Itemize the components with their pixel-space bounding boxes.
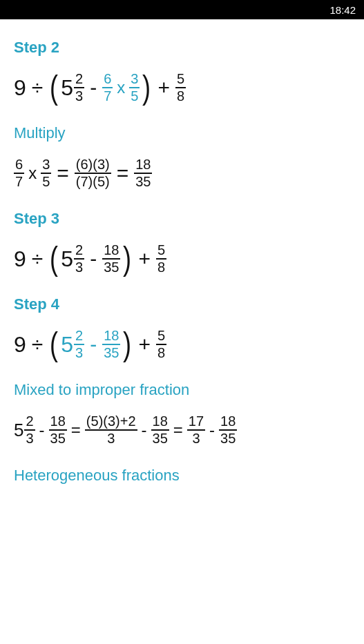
frac-n: 18	[134, 157, 152, 174]
frac-d: (7)(5)	[75, 174, 111, 189]
op-minus: -	[37, 420, 48, 440]
frac-n: 18	[102, 329, 120, 345]
step-4-title: Step 4	[14, 295, 350, 313]
frac-d: 7	[102, 88, 113, 104]
frac-n: 2	[74, 243, 84, 260]
op-eq: =	[113, 162, 133, 185]
frac-n: 18	[219, 414, 237, 431]
multiply-work: 6 7 x 3 5 = (6)(3) (7)(5) = 18 35	[14, 157, 350, 189]
step-4-sub1: Mixed to improper fraction	[14, 381, 350, 399]
frac-6-7: 6 7	[102, 72, 113, 104]
frac-5-8: 5 8	[175, 72, 186, 104]
status-time: 18:42	[329, 4, 356, 16]
frac-d: 3	[24, 431, 35, 446]
frac-d: 3	[74, 88, 84, 104]
frac-n: 3	[129, 72, 140, 88]
op-mul: x	[26, 164, 39, 183]
frac-n: 2	[74, 329, 84, 345]
frac-d: 3	[74, 260, 84, 275]
op-plus: +	[134, 247, 155, 271]
frac-n: 6	[102, 72, 113, 88]
frac-d: 5	[41, 174, 51, 189]
step-3-expression: 9 ÷ ( 5 2 3 - 18 35 ) + 5 8	[14, 243, 350, 275]
frac-d: 5	[129, 88, 140, 104]
frac-2-3: 2 3	[74, 329, 84, 360]
frac-d: 3	[74, 345, 84, 360]
frac-n: 3	[41, 157, 51, 174]
frac-18-35-hl: 18 35	[102, 329, 120, 360]
step-4-expression: 9 ÷ ( 5 2 3 - 18 35 ) + 5 8	[14, 329, 350, 360]
op-minus: -	[86, 76, 101, 99]
op-eq: =	[68, 420, 84, 440]
frac-n: 5	[156, 243, 166, 260]
paren-close: )	[123, 246, 131, 272]
step-2-expression: 9 ÷ ( 5 2 3 - 6 7 x 3 5 ) + 5 8	[14, 72, 350, 104]
op-plus: +	[134, 333, 155, 356]
frac-63-75: (6)(3) (7)(5)	[75, 157, 111, 189]
mixed-5-2-3: 5 2 3	[61, 243, 84, 275]
paren-open: (	[50, 331, 58, 358]
mixed-whole: 5	[61, 332, 73, 358]
status-bar: 18:42	[0, 0, 364, 19]
op-divide: ÷	[28, 76, 47, 99]
mixed-5-2-3: 5 2 3	[14, 414, 35, 446]
frac-18-35: 18 35	[151, 414, 169, 446]
frac-18-35: 18 35	[49, 414, 67, 446]
frac-5-8: 5 8	[156, 243, 166, 275]
paren-close: )	[142, 75, 151, 101]
frac-d: 35	[102, 345, 120, 360]
frac-d: 8	[156, 260, 166, 275]
op-minus: -	[207, 420, 218, 440]
frac-18-35: 18 35	[219, 414, 237, 446]
paren-open: (	[50, 246, 58, 272]
frac-18-35: 18 35	[134, 157, 152, 189]
frac-3-5: 3 5	[129, 72, 140, 104]
frac-mix-3: (5)(3)+2 3	[85, 414, 137, 446]
op-eq: =	[171, 420, 186, 440]
frac-17-3: 17 3	[187, 414, 205, 446]
frac-5-8: 5 8	[156, 329, 166, 360]
digit-9: 9	[14, 246, 26, 272]
op-mul: x	[114, 78, 128, 97]
step-4-sub2: Heterogeneous fractions	[14, 467, 350, 485]
op-minus: -	[86, 333, 101, 356]
mixed-whole: 5	[61, 246, 73, 272]
op-divide: ÷	[28, 247, 47, 271]
digit-9: 9	[14, 332, 26, 358]
paren-close: )	[123, 331, 131, 358]
frac-n: 17	[187, 414, 205, 431]
frac-d: 35	[219, 431, 237, 446]
frac-2-3: 2 3	[24, 414, 35, 446]
step-2-sub: Multiply	[14, 124, 350, 142]
mixed-to-improper-work: 5 2 3 - 18 35 = (5)(3)+2 3 - 18 35 = 17 …	[14, 414, 350, 446]
digit-9: 9	[14, 75, 26, 101]
frac-n: 18	[49, 414, 67, 431]
frac-3-5: 3 5	[41, 157, 51, 189]
frac-d: 35	[151, 431, 169, 446]
mixed-5-2-3-hl: 5 2 3	[61, 329, 84, 360]
frac-d: 7	[14, 174, 24, 189]
op-minus: -	[139, 420, 150, 440]
frac-n: (5)(3)+2	[85, 414, 137, 431]
frac-d: 35	[49, 431, 67, 446]
frac-2-3: 2 3	[74, 243, 84, 275]
frac-d: 3	[191, 431, 201, 446]
mixed-whole: 5	[14, 420, 23, 441]
op-eq: =	[52, 162, 73, 185]
frac-n: (6)(3)	[75, 157, 111, 174]
op-plus: +	[153, 76, 174, 99]
step-2-title: Step 2	[14, 39, 350, 57]
frac-d: 35	[102, 260, 120, 275]
frac-d: 3	[106, 431, 116, 446]
frac-n: 5	[175, 72, 186, 88]
frac-6-7: 6 7	[14, 157, 24, 189]
frac-18-35: 18 35	[102, 243, 120, 275]
step-3-title: Step 3	[14, 210, 350, 228]
frac-n: 18	[151, 414, 169, 431]
frac-n: 6	[14, 157, 24, 174]
frac-n: 5	[156, 329, 166, 345]
mixed-5-2-3: 5 2 3	[61, 72, 84, 104]
frac-n: 18	[102, 243, 120, 260]
frac-d: 35	[134, 174, 152, 189]
frac-d: 8	[175, 88, 186, 104]
